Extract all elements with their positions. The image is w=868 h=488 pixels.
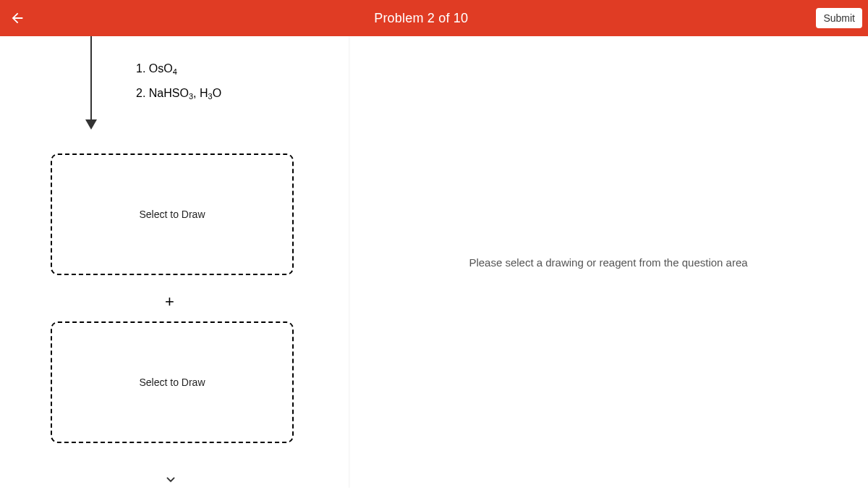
reagent-2-text-c: O: [213, 87, 221, 99]
back-button[interactable]: [9, 9, 26, 27]
question-panel: 1. OsO4 2. NaHSO3, H3O Select to Draw + …: [0, 36, 349, 488]
scroll-down-button[interactable]: [162, 471, 179, 488]
reagent-1-text: 1. OsO: [136, 62, 173, 75]
reagent-line-2[interactable]: 2. NaHSO3, H3O: [136, 87, 221, 101]
answer-panel-message: Please select a drawing or reagent from …: [469, 256, 747, 269]
submit-button[interactable]: Submit: [816, 8, 862, 28]
reagent-line-1[interactable]: 1. OsO4: [136, 62, 177, 76]
arrow-down-icon: [85, 119, 97, 130]
reagent-2-text-b: , H: [193, 87, 208, 99]
reaction-arrow: [85, 36, 97, 138]
plus-separator: +: [165, 293, 174, 311]
draw-box-1-label: Select to Draw: [139, 209, 205, 220]
top-header: Problem 2 of 10 Submit: [0, 0, 868, 36]
chevron-down-icon: [163, 471, 179, 487]
reagent-2-text-a: 2. NaHSO: [136, 87, 189, 99]
draw-box-2[interactable]: Select to Draw: [51, 321, 294, 443]
arrow-line-icon: [90, 36, 92, 123]
draw-box-1[interactable]: Select to Draw: [51, 153, 294, 275]
main-body: 1. OsO4 2. NaHSO3, H3O Select to Draw + …: [0, 36, 868, 488]
answer-panel: Please select a drawing or reagent from …: [349, 36, 868, 488]
draw-box-2-label: Select to Draw: [139, 376, 205, 388]
arrow-left-icon: [9, 10, 25, 26]
reagent-1-sub: 4: [173, 67, 177, 76]
page-title: Problem 2 of 10: [374, 11, 468, 26]
